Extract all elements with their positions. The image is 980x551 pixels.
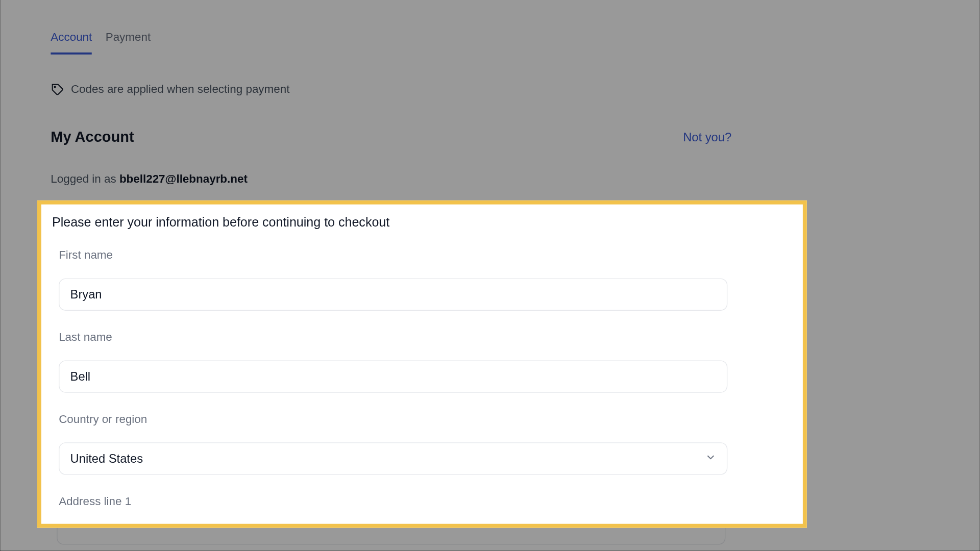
- logged-in-as: Logged in as bbell227@llebnayrb.net: [51, 173, 791, 186]
- form-instruction: Please enter your information before con…: [52, 215, 792, 230]
- my-account-title: My Account: [51, 129, 134, 146]
- first-name-field[interactable]: [59, 279, 727, 311]
- promo-codes-text: Codes are applied when selecting payment: [71, 83, 289, 96]
- checkout-tabs: Account Payment: [51, 0, 791, 55]
- tab-payment[interactable]: Payment: [106, 27, 151, 55]
- country-select[interactable]: United States: [59, 442, 727, 474]
- tab-account[interactable]: Account: [51, 27, 92, 55]
- country-label: Country or region: [59, 413, 792, 426]
- checkout-page: Account Payment Codes are applied when s…: [0, 0, 979, 550]
- address-line-1-label: Address line 1: [59, 495, 792, 508]
- svg-point-0: [54, 86, 55, 87]
- first-name-label: First name: [59, 249, 792, 262]
- user-information-form: Please enter your information before con…: [37, 201, 807, 528]
- promo-codes-info: Codes are applied when selecting payment: [51, 83, 791, 96]
- last-name-label: Last name: [59, 331, 792, 344]
- address-line-1-field[interactable]: [59, 524, 727, 528]
- not-you-link[interactable]: Not you?: [683, 130, 731, 144]
- tag-icon: [51, 83, 64, 96]
- logged-in-prefix: Logged in as: [51, 173, 119, 186]
- last-name-field[interactable]: [59, 360, 727, 392]
- logged-in-email: bbell227@llebnayrb.net: [119, 173, 248, 186]
